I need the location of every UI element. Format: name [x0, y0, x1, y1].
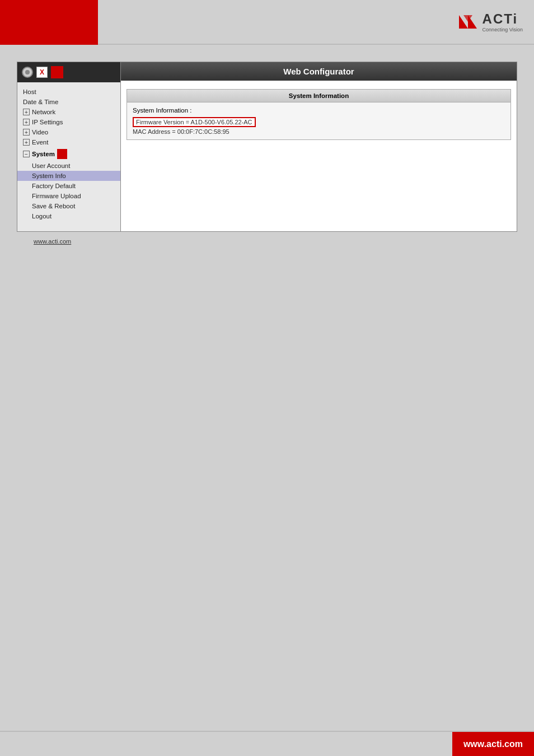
firmware-upload-label: Firmware Upload	[32, 193, 81, 199]
sidebar-item-ip-settings[interactable]: + IP Settings	[17, 117, 120, 127]
main-area: X Host Date & Time + Network + IP Settin…	[0, 45, 534, 262]
acti-logo-icon	[457, 11, 479, 33]
sidebar-item-save-reboot[interactable]: Save & Reboot	[17, 201, 120, 211]
link-area: www.acti.com	[17, 232, 517, 251]
system-expand-icon[interactable]: −	[23, 151, 30, 157]
sidebar-item-event[interactable]: + Event	[17, 137, 120, 147]
video-label: Video	[32, 129, 48, 136]
system-info-label: System Info	[32, 172, 66, 179]
system-info-section-header: System Information	[127, 90, 510, 102]
network-expand-icon[interactable]: +	[23, 109, 30, 115]
footer: www.acti.com	[0, 731, 534, 756]
sidebar-item-logout[interactable]: Logout	[17, 211, 120, 221]
sidebar-item-system-info[interactable]: System Info	[17, 171, 120, 181]
header: ACTi Connecting Vision	[0, 0, 534, 45]
header-red-bar	[0, 0, 98, 45]
sidebar-item-system-row[interactable]: − System	[17, 147, 120, 161]
sidebar-item-firmware-upload[interactable]: Firmware Upload	[17, 191, 120, 201]
content-title-bar: Web Configurator	[121, 62, 517, 81]
mac-address-row: MAC Address = 00:0F:7C:0C:58:95	[133, 128, 505, 135]
firmware-version-row: Firmware Version = A1D-500-V6.05.22-AC	[133, 117, 505, 127]
factory-default-label: Factory Default	[32, 183, 76, 189]
sidebar-item-network[interactable]: + Network	[17, 107, 120, 117]
logo-subtitle: Connecting Vision	[483, 27, 523, 32]
video-expand-icon[interactable]: +	[23, 129, 30, 136]
sidebar-nav: Host Date & Time + Network + IP Settings…	[17, 82, 120, 226]
network-label: Network	[32, 109, 55, 115]
firmware-version-badge: Firmware Version = A1D-500-V6.05.22-AC	[133, 117, 256, 127]
red-square-button[interactable]	[51, 66, 63, 78]
content-body: System Information System Information : …	[121, 81, 517, 231]
host-label: Host	[23, 88, 36, 95]
system-red-indicator	[57, 149, 67, 159]
ip-settings-label: IP Settings	[32, 119, 63, 125]
configurator-panel: X Host Date & Time + Network + IP Settin…	[17, 62, 517, 232]
logo-text-group: ACTi Connecting Vision	[483, 11, 523, 32]
event-expand-icon[interactable]: +	[23, 139, 30, 146]
logout-label: Logout	[32, 213, 51, 220]
close-button[interactable]: X	[36, 67, 48, 78]
system-info-section: System Information System Information : …	[127, 89, 511, 140]
sidebar-item-factory-default[interactable]: Factory Default	[17, 181, 120, 191]
sidebar-header: X	[17, 62, 120, 82]
sidebar-item-host[interactable]: Host	[17, 87, 120, 97]
page-title: Web Configurator	[283, 67, 354, 76]
ip-settings-expand-icon[interactable]: +	[23, 119, 30, 125]
sidebar: X Host Date & Time + Network + IP Settin…	[17, 62, 121, 231]
save-reboot-label: Save & Reboot	[32, 203, 75, 209]
logo-text: ACTi	[483, 11, 518, 27]
footer-website[interactable]: www.acti.com	[452, 732, 534, 756]
circle-button-inner	[25, 70, 30, 74]
date-time-label: Date & Time	[23, 99, 58, 105]
sidebar-item-date-time[interactable]: Date & Time	[17, 97, 120, 107]
circle-button[interactable]	[22, 67, 33, 78]
content-area: Web Configurator System Information Syst…	[121, 62, 517, 231]
acti-link[interactable]: www.acti.com	[34, 238, 71, 245]
event-label: Event	[32, 139, 48, 146]
logo-container: ACTi Connecting Vision	[457, 11, 523, 33]
system-label: System	[32, 151, 55, 157]
sidebar-item-video[interactable]: + Video	[17, 127, 120, 137]
system-info-intro-label: System Information :	[133, 107, 505, 114]
system-info-body: System Information : Firmware Version = …	[127, 102, 510, 139]
sidebar-item-user-account[interactable]: User Account	[17, 161, 120, 171]
user-account-label: User Account	[32, 162, 70, 169]
